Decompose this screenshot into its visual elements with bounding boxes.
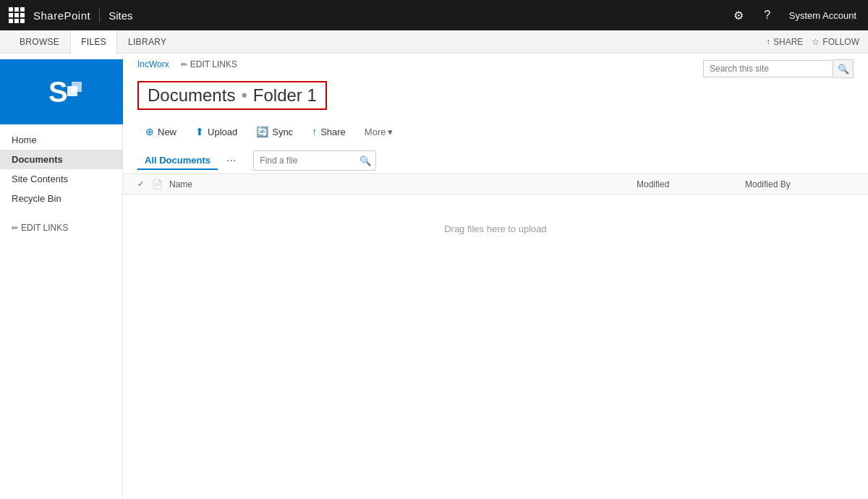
document-toolbar: ⊕ New ⬆ Upload 🔄 Sync ↑ Share More ▾: [123, 119, 868, 145]
page-title-area: Documents • Folder 1: [123, 78, 868, 119]
sites-label: Sites: [109, 9, 132, 22]
th-file-icon: 📄: [152, 179, 169, 189]
sidebar: S Home Documents Site Contents Recycle B…: [0, 54, 123, 499]
share-icon: ↑: [766, 37, 770, 47]
waffle-grid-icon: [9, 7, 25, 23]
pencil-icon-top: ✏: [181, 60, 187, 69]
search-input[interactable]: [703, 60, 833, 77]
upload-icon: ⬆: [195, 126, 204, 137]
breadcrumb-area: IncWorx ✏ EDIT LINKS: [137, 59, 237, 69]
content-area: IncWorx ✏ EDIT LINKS 🔍 Documents • Folde…: [123, 54, 868, 499]
sharepoint-logo[interactable]: SharePoint: [33, 9, 90, 22]
all-documents-tab[interactable]: All Documents: [137, 152, 218, 170]
search-icon: 🔍: [838, 64, 849, 74]
sharepoint-logo-svg: S: [40, 70, 83, 114]
app-name: SharePoint: [33, 9, 90, 22]
ribbon-tabs-bar: BROWSE FILES LIBRARY ↑ SHARE ☆ FOLLOW: [0, 30, 868, 54]
sidebar-item-home[interactable]: Home: [0, 130, 122, 150]
view-tab-more-button[interactable]: ···: [221, 151, 242, 170]
new-icon: ⊕: [145, 126, 154, 137]
share-ribbon-button[interactable]: ↑ SHARE: [766, 37, 803, 47]
new-label: New: [158, 127, 176, 137]
sidebar-logo-area: S: [0, 59, 123, 124]
table-header: ✓ 📄 Name Modified Modified By: [123, 174, 868, 195]
file-icon: 📄: [152, 179, 163, 189]
follow-ribbon-button[interactable]: ☆ FOLLOW: [812, 37, 859, 47]
find-icon: 🔍: [359, 155, 372, 166]
settings-icon: ⚙: [733, 9, 744, 22]
share-button[interactable]: ↑ Share: [304, 121, 354, 142]
th-modified: Modified: [637, 179, 745, 189]
empty-state-label: Drag files here to upload: [444, 223, 547, 234]
tab-files[interactable]: FILES: [70, 30, 117, 54]
search-button[interactable]: 🔍: [833, 59, 854, 78]
sync-button[interactable]: 🔄 Sync: [248, 121, 301, 142]
help-button[interactable]: ?: [754, 2, 780, 28]
sidebar-item-site-contents[interactable]: Site Contents: [0, 169, 122, 189]
page-title-part2: Folder 1: [253, 85, 317, 106]
th-checkbox: ✓: [137, 179, 152, 189]
sidebar-item-recycle-bin[interactable]: Recycle Bin: [0, 189, 122, 208]
follow-icon: ☆: [812, 37, 820, 47]
sidebar-edit-links-label: EDIT LINKS: [21, 223, 68, 233]
tab-browse[interactable]: BROWSE: [9, 30, 70, 54]
page-title-part1: Documents: [148, 85, 235, 106]
find-file-button[interactable]: 🔍: [355, 151, 375, 170]
main-container: S Home Documents Site Contents Recycle B…: [0, 54, 868, 499]
edit-links-top-label: EDIT LINKS: [190, 59, 237, 69]
waffle-menu-button[interactable]: [6, 4, 27, 26]
tab-library[interactable]: LIBRARY: [117, 30, 177, 54]
share-label: Share: [320, 127, 346, 137]
find-file-input[interactable]: [254, 153, 355, 168]
share-label: SHARE: [773, 37, 803, 47]
sync-label: Sync: [272, 127, 293, 137]
sidebar-sharepoint-logo: S: [40, 70, 83, 114]
settings-button[interactable]: ⚙: [726, 2, 752, 28]
sidebar-edit-links-button[interactable]: ✏ EDIT LINKS: [0, 214, 122, 242]
upload-button[interactable]: ⬆ Upload: [187, 121, 245, 142]
more-label: More: [365, 127, 386, 137]
ribbon-right-actions: ↑ SHARE ☆ FOLLOW: [766, 37, 859, 47]
new-button[interactable]: ⊕ New: [137, 121, 184, 142]
more-button[interactable]: More ▾: [357, 122, 401, 142]
th-name: Name: [169, 179, 637, 189]
breadcrumb-site-link[interactable]: IncWorx: [137, 59, 169, 69]
pencil-icon: ✏: [12, 223, 18, 233]
top-navigation: SharePoint Sites ⚙ ? System Account: [0, 0, 868, 30]
nav-divider: [99, 8, 100, 22]
view-tabs-bar: All Documents ··· 🔍: [123, 145, 868, 174]
share-icon: ↑: [312, 126, 317, 137]
help-icon: ?: [764, 9, 770, 22]
page-title-box: Documents • Folder 1: [137, 81, 327, 110]
empty-drop-zone[interactable]: Drag files here to upload: [123, 195, 868, 263]
edit-links-top-button[interactable]: ✏ EDIT LINKS: [181, 59, 237, 69]
nav-right-area: ⚙ ? System Account: [726, 2, 862, 28]
sidebar-item-documents[interactable]: Documents: [0, 150, 122, 169]
user-account-label[interactable]: System Account: [783, 10, 862, 21]
upload-label: Upload: [208, 127, 237, 137]
find-file-area: 🔍: [253, 150, 376, 171]
chevron-down-icon: ▾: [388, 127, 393, 137]
title-separator: •: [241, 85, 247, 106]
follow-label: FOLLOW: [822, 37, 859, 47]
svg-marker-3: [72, 82, 82, 92]
site-search-area: 🔍: [703, 59, 854, 78]
svg-text:S: S: [48, 76, 68, 108]
sync-icon: 🔄: [256, 126, 268, 137]
th-modified-by: Modified By: [745, 179, 854, 189]
